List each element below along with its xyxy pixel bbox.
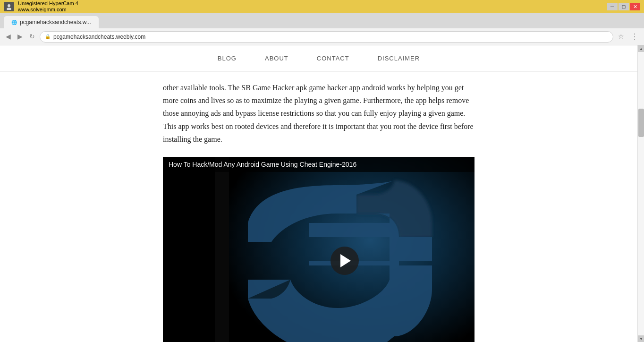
title-bar: Unregistered HyperCam 4 www.solveigmm.co… bbox=[0, 0, 644, 13]
bookmark-icon[interactable]: ☆ bbox=[616, 33, 626, 41]
video-main bbox=[215, 157, 475, 342]
play-icon bbox=[340, 254, 351, 267]
video-thumbnail[interactable] bbox=[163, 157, 475, 342]
scrollbar[interactable]: ▲ ▼ bbox=[637, 45, 644, 342]
video-sidebar bbox=[163, 157, 215, 342]
svg-rect-2 bbox=[215, 157, 229, 342]
avatar-icon bbox=[4, 2, 14, 11]
scroll-thumb[interactable] bbox=[638, 109, 644, 137]
nav-contact[interactable]: CONTACT bbox=[317, 55, 349, 62]
browser-window: Unregistered HyperCam 4 www.solveigmm.co… bbox=[0, 0, 644, 342]
forward-button[interactable]: ▶ bbox=[16, 32, 25, 42]
video-embed[interactable]: How To Hack/Mod Any Android Game Using C… bbox=[163, 157, 475, 342]
window-controls: ─ □ ✕ bbox=[607, 3, 640, 10]
site-nav: BLOG ABOUT CONTACT DISCLAIMER bbox=[0, 45, 637, 72]
close-button[interactable]: ✕ bbox=[630, 3, 640, 10]
article-paragraph: other available tools. The SB Game Hacke… bbox=[163, 81, 475, 145]
url-input[interactable]: 🔒 pcgamehacksandcheats.weebly.com bbox=[40, 31, 613, 43]
minimize-button[interactable]: ─ bbox=[607, 3, 618, 10]
nav-blog[interactable]: BLOG bbox=[218, 55, 237, 62]
active-tab[interactable]: 🌐 pcgamehacksandcheats.w... bbox=[4, 16, 99, 28]
url-text: pcgamehacksandcheats.weebly.com bbox=[53, 34, 145, 40]
reload-button[interactable]: ↻ bbox=[27, 32, 37, 42]
scroll-track[interactable] bbox=[638, 52, 644, 335]
menu-icon[interactable]: ⋮ bbox=[629, 32, 640, 41]
svg-point-0 bbox=[8, 4, 10, 7]
scroll-down-arrow[interactable]: ▼ bbox=[638, 335, 644, 342]
back-button[interactable]: ◀ bbox=[4, 32, 13, 42]
svg-point-1 bbox=[7, 8, 11, 10]
play-button[interactable] bbox=[330, 247, 359, 275]
tab-label: pcgamehacksandcheats.w... bbox=[20, 19, 91, 26]
article-content: other available tools. The SB Game Hacke… bbox=[153, 72, 484, 342]
scroll-up-arrow[interactable]: ▲ bbox=[638, 45, 644, 52]
nav-about[interactable]: ABOUT bbox=[265, 55, 288, 62]
tab-favicon: 🌐 bbox=[11, 20, 17, 25]
video-title: How To Hack/Mod Any Android Game Using C… bbox=[163, 157, 475, 172]
nav-disclaimer[interactable]: DISCLAIMER bbox=[378, 55, 420, 62]
maximize-button[interactable]: □ bbox=[619, 3, 629, 10]
lock-icon: 🔒 bbox=[45, 34, 51, 39]
address-bar: ◀ ▶ ↻ 🔒 pcgamehacksandcheats.weebly.com … bbox=[0, 28, 644, 45]
tab-bar: 🌐 pcgamehacksandcheats.w... bbox=[0, 13, 644, 28]
title-text: Unregistered HyperCam 4 www.solveigmm.co… bbox=[18, 0, 78, 13]
